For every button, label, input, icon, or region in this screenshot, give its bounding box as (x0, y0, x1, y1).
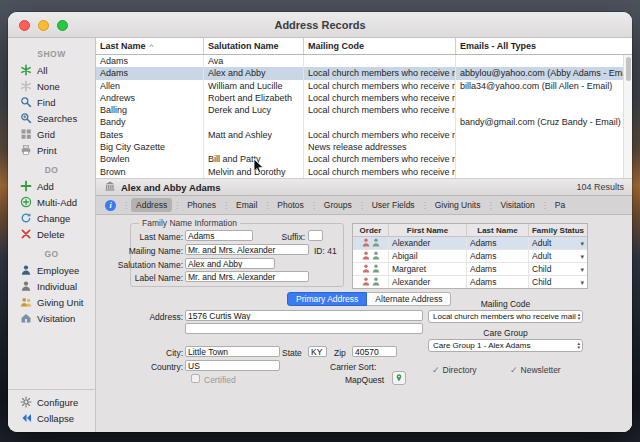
sidebar-item-employee[interactable]: Employee (8, 262, 95, 278)
person-red-icon[interactable] (362, 251, 370, 262)
refresh-icon (19, 212, 32, 224)
table-row[interactable]: BowlenBill and PattyLocal church members… (96, 153, 632, 165)
mapquest-button[interactable] (392, 371, 406, 385)
primary-address-tab[interactable]: Primary Address (287, 292, 367, 306)
results-count: 104 Results (576, 182, 624, 192)
directory-toggle[interactable]: Directory (432, 365, 477, 375)
family-status-select[interactable]: Child (529, 263, 587, 275)
sidebar-item-label: Delete (37, 229, 64, 240)
suffix-field[interactable] (308, 230, 323, 241)
table-row[interactable]: AdamsAva (96, 55, 632, 67)
member-row[interactable]: Margaret Adams Child (353, 263, 587, 276)
close-window-button[interactable] (19, 20, 30, 31)
sidebar-item-none[interactable]: None (8, 78, 95, 94)
tab-pastoral[interactable]: Pa (550, 198, 570, 212)
table-row[interactable]: BatesMatt and AshleyLocal church members… (96, 129, 632, 141)
sidebar-item-visitation[interactable]: Visitation (8, 310, 95, 326)
last-name-field[interactable] (185, 230, 253, 241)
tab-separator-icon (540, 201, 550, 210)
country-field[interactable] (185, 360, 280, 371)
sidebar-item-searches[interactable]: Searches (8, 110, 95, 126)
asterisk-icon (19, 64, 32, 76)
table-row[interactable]: AndrewsRobert and ElizabethLocal church … (96, 92, 632, 104)
sidebar-item-delete[interactable]: Delete (8, 226, 95, 242)
sidebar-item-giving-unit[interactable]: Giving Unit (8, 294, 95, 310)
tab-separator-icon (420, 201, 430, 210)
sidebar-item-all[interactable]: All (8, 62, 95, 78)
column-header-mailing-code[interactable]: Mailing Code (304, 38, 456, 54)
certified-checkbox[interactable] (191, 374, 200, 383)
state-field[interactable] (308, 346, 327, 357)
label-name-field[interactable] (185, 271, 309, 282)
tab-photos[interactable]: Photos (272, 198, 308, 212)
desktop: { "window": { "title": "Address Records"… (0, 0, 640, 442)
tab-email[interactable]: Email (231, 198, 262, 212)
table-row[interactable]: Big City GazetteNews release addresses (96, 141, 632, 153)
delete-x-icon (19, 228, 32, 240)
scrollbar-thumb[interactable] (626, 57, 632, 81)
tab-phones[interactable]: Phones (182, 198, 221, 212)
salutation-name-field[interactable] (185, 258, 275, 269)
person-red-icon[interactable] (362, 238, 370, 249)
asterisk-outline-icon (19, 80, 32, 92)
check-icon (510, 365, 518, 375)
person-green-icon[interactable] (372, 251, 380, 262)
info-icon: i (105, 200, 116, 211)
address-records-window: Address Records SHOW All None Find Searc… (8, 12, 632, 432)
mailing-name-field[interactable] (185, 244, 309, 255)
zip-field[interactable] (352, 346, 397, 357)
content-area: Last Name^ Salutation Name Mailing Code … (96, 38, 632, 432)
scrollbar-track[interactable] (623, 55, 632, 178)
member-row[interactable]: Abigail Adams Adult (353, 250, 587, 263)
person-green-icon[interactable] (372, 238, 380, 249)
sidebar-item-collapse[interactable]: Collapse (8, 410, 95, 426)
house-icon (19, 312, 32, 324)
sidebar-item-print[interactable]: Print (8, 142, 95, 158)
tab-separator-icon (357, 201, 367, 210)
city-field[interactable] (185, 346, 280, 357)
zip-label: Zip (334, 348, 350, 358)
family-status-select[interactable]: Adult (529, 237, 587, 249)
table-row[interactable]: BallingDerek and LucyLocal church member… (96, 104, 632, 116)
sidebar-item-change[interactable]: Change (8, 210, 95, 226)
sidebar-item-configure[interactable]: Configure (8, 394, 95, 410)
family-status-select[interactable]: Adult (529, 250, 587, 262)
tab-info[interactable]: i (100, 198, 121, 213)
tab-visitation[interactable]: Visitation (495, 198, 539, 212)
tab-address[interactable]: Address (131, 198, 172, 212)
mailing-code-select[interactable]: Local church members who receive mail (428, 310, 583, 323)
person-green-icon[interactable] (372, 277, 380, 288)
member-row[interactable]: Alexander Adams Child (353, 276, 587, 289)
sidebar-item-individual[interactable]: Individual (8, 278, 95, 294)
column-header-last-name[interactable]: Last Name^ (96, 38, 204, 54)
person-red-icon[interactable] (362, 264, 370, 275)
table-row[interactable]: BrownMelvin and DorothyLocal church memb… (96, 166, 632, 178)
address-line2-field[interactable] (185, 323, 423, 334)
tab-separator-icon (262, 201, 272, 210)
table-row-selected[interactable]: AdamsAlex and AbbyLocal church members w… (96, 67, 632, 79)
sidebar-item-add[interactable]: Add (8, 178, 95, 194)
titlebar[interactable]: Address Records (8, 12, 632, 38)
person-red-icon[interactable] (362, 277, 370, 288)
chevron-down-icon (580, 264, 584, 274)
zoom-window-button[interactable] (57, 20, 68, 31)
table-row[interactable]: Bandybandy@gmail.com (Cruz Bandy - Email… (96, 116, 632, 128)
sidebar-item-multi-add[interactable]: Multi-Add (8, 194, 95, 210)
family-status-select[interactable]: Child (529, 276, 587, 288)
column-header-salutation[interactable]: Salutation Name (204, 38, 304, 54)
member-row[interactable]: Alexander Adams Adult (353, 237, 587, 250)
tab-user-fields[interactable]: User Fields (367, 198, 420, 212)
person-green-icon[interactable] (372, 264, 380, 275)
address-line1-field[interactable] (185, 310, 423, 321)
tab-groups[interactable]: Groups (319, 198, 357, 212)
sidebar-item-find[interactable]: Find (8, 94, 95, 110)
sidebar-item-label: Find (37, 97, 55, 108)
sidebar-item-grid[interactable]: Grid (8, 126, 95, 142)
tab-giving-units[interactable]: Giving Units (430, 198, 486, 212)
minimize-window-button[interactable] (38, 20, 49, 31)
care-group-select[interactable]: Care Group 1 - Alex Adams (428, 339, 583, 352)
table-row[interactable]: AllenWilliam and LucilleLocal church mem… (96, 80, 632, 92)
mapquest-label: MapQuest (345, 375, 390, 385)
column-header-emails[interactable]: Emails - All Types (456, 38, 632, 54)
newsletter-toggle[interactable]: Newsletter (510, 365, 561, 375)
